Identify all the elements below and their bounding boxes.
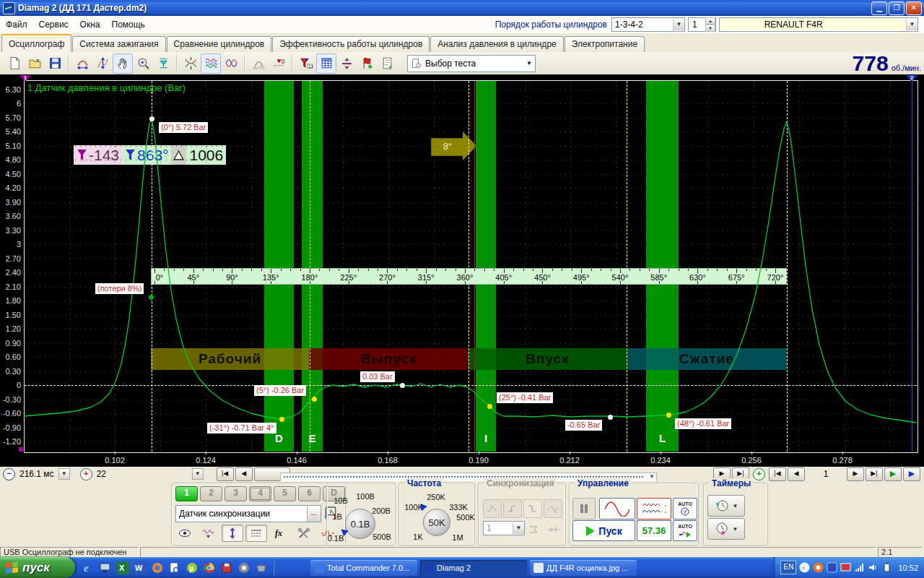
volume-tray-icon[interactable] — [868, 562, 879, 573]
cursor-line[interactable] — [627, 81, 627, 452]
tab-Осциллограф[interactable]: Осциллограф — [1, 34, 71, 52]
timer-2-button[interactable]: ▼ — [707, 518, 745, 540]
points-select[interactable]: 22▼ — [95, 468, 204, 480]
battery-tray-icon[interactable] — [881, 562, 892, 573]
sync-falling-edge-icon[interactable] — [523, 499, 542, 518]
sync-free-run-icon[interactable] — [544, 499, 562, 518]
nav-button[interactable]: ▶ — [903, 467, 920, 481]
add-flag-icon[interactable] — [357, 53, 377, 74]
single-sweep-button[interactable] — [599, 498, 635, 519]
grid-table-icon[interactable] — [316, 53, 336, 74]
chevron-down-icon[interactable]: ▼ — [673, 19, 684, 30]
voltage-knob[interactable]: 0.1В — [345, 509, 375, 539]
overlay-compress-icon[interactable] — [180, 53, 201, 74]
cursor-line[interactable] — [310, 81, 310, 452]
hand-pan-icon[interactable] — [113, 53, 133, 74]
zoom-in-button[interactable]: + — [80, 468, 92, 480]
channel-button-2[interactable]: 2 — [200, 486, 222, 501]
pause-button[interactable] — [572, 498, 596, 519]
menu-item-Окна[interactable]: Окна — [74, 18, 106, 31]
menu-item-Помощь[interactable]: Помощь — [106, 18, 151, 31]
cursor-line[interactable] — [787, 81, 788, 452]
overlay-sines-icon[interactable] — [221, 53, 241, 74]
nav-button[interactable]: ▶| — [866, 467, 883, 481]
zoom-icon[interactable] — [133, 53, 153, 74]
tab-Сравнение цилиндров[interactable]: Сравнение цилиндров — [167, 36, 272, 52]
nav-button[interactable]: ▶ — [847, 467, 864, 481]
overlay-waves-icon[interactable] — [201, 53, 221, 74]
cursor-line[interactable] — [468, 81, 469, 452]
utorrent-icon[interactable]: µ — [186, 561, 199, 574]
zoom-reset-button[interactable]: + — [753, 468, 765, 480]
language-indicator[interactable]: EN — [780, 561, 796, 574]
channel-button-5[interactable]: 5 — [274, 486, 296, 501]
firefox-icon[interactable] — [151, 561, 164, 574]
oscilloscope-chart[interactable]: 1 Датчик давления в цилиндре (Bar) -143 … — [0, 74, 924, 467]
zero-lines-icon[interactable] — [245, 525, 267, 542]
firing-order-select[interactable]: 1-3-4-2▼ — [611, 17, 685, 32]
autoscale-updown-icon[interactable] — [222, 525, 243, 542]
browse-button[interactable]: ... — [307, 506, 321, 522]
avast-tray-icon[interactable] — [813, 562, 824, 573]
sync-count-select[interactable]: 1▼ — [483, 521, 525, 535]
tools-icon[interactable] — [293, 525, 315, 542]
vehicle-select[interactable]: RENAULT F4R▼ — [719, 17, 918, 32]
minimize-button[interactable]: ▁ — [871, 1, 887, 15]
filter-channels-icon[interactable]: 1,2 — [296, 53, 316, 74]
split-divider-icon[interactable] — [336, 53, 357, 74]
formula-fx-icon[interactable]: fx — [269, 525, 291, 542]
signal-tray-icon[interactable] — [854, 562, 865, 573]
tab-Электропитание[interactable]: Электропитание — [565, 36, 645, 52]
nav-button[interactable]: ◀ — [788, 467, 805, 481]
menu-item-Сервис[interactable]: Сервис — [33, 18, 74, 31]
stretch-vertical-icon[interactable] — [92, 53, 113, 74]
report-icon[interactable] — [377, 53, 397, 74]
cursor-line[interactable] — [474, 81, 475, 452]
task-button-total-commander[interactable]: Total Commander 7.0... — [310, 560, 417, 576]
visibility-eye-icon[interactable] — [174, 525, 196, 542]
sync-collapse-icon[interactable] — [545, 521, 562, 538]
stretch-horizontal-icon[interactable] — [72, 53, 92, 74]
test-select[interactable]: Выбор теста ▼ — [407, 55, 536, 72]
cursor-line[interactable] — [912, 81, 912, 452]
show-desktop-icon[interactable] — [99, 561, 112, 574]
cylinder-spinner[interactable]: 1 ▲▼ — [688, 17, 716, 32]
tab-Эффективность работы цилиндров[interactable]: Эффективность работы цилиндров — [272, 36, 430, 52]
timer-1-button[interactable]: ▼ — [707, 495, 745, 517]
zoom-out-button[interactable]: − — [3, 468, 15, 480]
history-back-tray-icon[interactable]: ‹ — [799, 562, 810, 573]
sync-window-icon[interactable] — [526, 521, 544, 538]
sync-rising-edge-icon[interactable] — [503, 499, 522, 518]
open-file-icon[interactable] — [25, 53, 45, 74]
excel-icon[interactable]: X — [116, 561, 129, 574]
new-file-icon[interactable] — [4, 53, 25, 74]
multi-waveform-button[interactable] — [637, 498, 671, 519]
cursor-line[interactable] — [152, 81, 152, 452]
menu-item-Файл[interactable]: Файл — [0, 18, 33, 31]
degree-ruler[interactable]: 0°45°90°135°180°225°270°315°360°405°450°… — [151, 268, 787, 285]
auto-scale-icon[interactable]: AUTO — [248, 53, 269, 74]
start-button[interactable]: Пуск — [572, 520, 635, 541]
channel-button-4[interactable]: 4 — [249, 486, 271, 501]
frequency-knob[interactable]: 50K — [423, 509, 450, 536]
tab-Анализ давления в цилиндре[interactable]: Анализ давления в цилиндре — [430, 36, 563, 52]
sync-slope-icon[interactable] — [483, 499, 502, 518]
marker-width-icon[interactable] — [153, 53, 173, 74]
nav-button[interactable]: ▶ — [884, 467, 902, 481]
card-reader-icon[interactable] — [255, 561, 268, 574]
save-file-icon[interactable] — [45, 53, 65, 74]
channel-button-3[interactable]: 3 — [225, 486, 247, 501]
display-tray-icon[interactable] — [840, 562, 851, 573]
time-scale-select[interactable]: 216.1 мс▼ — [18, 468, 70, 480]
restore-button[interactable]: ❐ — [889, 1, 905, 15]
chevron-down-icon[interactable]: ▼ — [906, 19, 918, 30]
task-button-image-file[interactable]: ДД F4R осцилка.jpg ... — [530, 560, 637, 576]
tab-Система зажигания[interactable]: Система зажигания — [72, 36, 165, 52]
close-button[interactable]: ✕ — [906, 1, 922, 15]
internet-explorer-icon[interactable]: e — [82, 561, 95, 574]
nav-button[interactable]: |◀ — [769, 467, 786, 481]
channel-button-6[interactable]: 6 — [298, 486, 321, 501]
start-button[interactable]: пуск — [0, 557, 75, 578]
viewer-icon[interactable] — [168, 561, 181, 574]
go-prev-button[interactable]: ◀ — [235, 467, 253, 481]
